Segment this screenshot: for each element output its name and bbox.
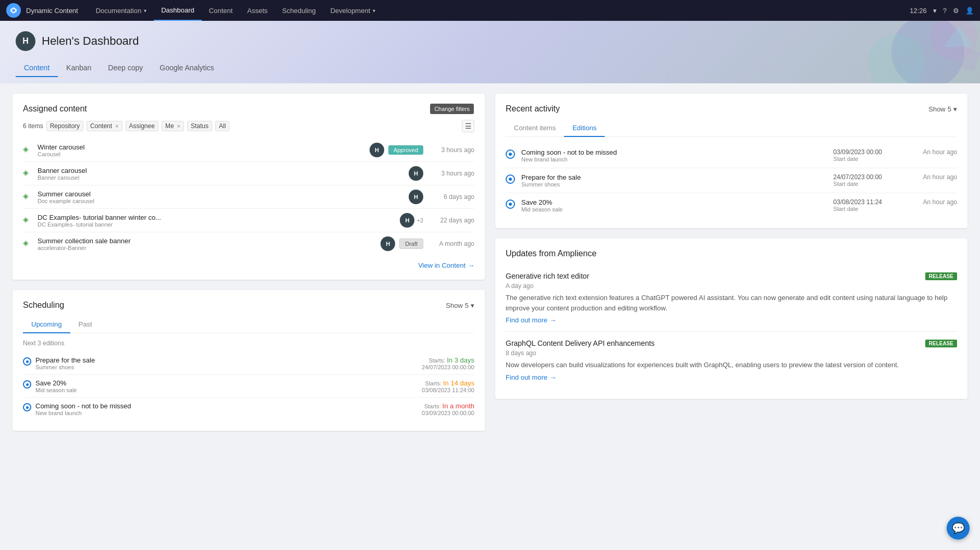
nav-documentation[interactable]: Documentation ▾ bbox=[89, 0, 154, 21]
recent-activity-card: Recent activity Show 5 ▾ Content items E… bbox=[495, 94, 967, 228]
main-content: Assigned content Show 5 ▾ 6 items Reposi… bbox=[0, 83, 980, 441]
item-avatars: H bbox=[409, 166, 423, 181]
sched-sub: New brand launch bbox=[35, 410, 418, 416]
tab-past[interactable]: Past bbox=[70, 316, 101, 333]
tab-google-analytics[interactable]: Google Analytics bbox=[151, 59, 222, 77]
sched-info: Coming soon - not to be missed New brand… bbox=[35, 402, 418, 416]
item-name: Summer collection sale banner bbox=[38, 237, 376, 245]
update-desc: Now developers can build visualizations … bbox=[506, 360, 957, 370]
scheduling-item[interactable]: Prepare for the sale Summer shoes Starts… bbox=[23, 352, 474, 375]
chevron-down-icon-sched: ▾ bbox=[471, 302, 474, 309]
filter-me[interactable]: Me × bbox=[162, 121, 184, 131]
content-item[interactable]: ◈ Banner carousel Banner carousel H 3 ho… bbox=[23, 162, 474, 185]
tab-kanban[interactable]: Kanban bbox=[58, 59, 100, 77]
scheduling-title: Scheduling bbox=[23, 301, 64, 310]
item-sub: Banner carousel bbox=[38, 174, 405, 181]
ra-name: Coming soon - not to be missed bbox=[521, 148, 827, 156]
nav-dashboard[interactable]: Dashboard bbox=[154, 0, 202, 21]
find-out-more-link-2[interactable]: Find out more → bbox=[506, 373, 957, 381]
recent-activity-title: Recent activity bbox=[506, 104, 560, 114]
show-label-sched: Show bbox=[446, 302, 463, 309]
tab-content[interactable]: Content bbox=[16, 59, 58, 77]
content-item[interactable]: ◈ Summer collection sale banner accelera… bbox=[23, 232, 474, 255]
sched-date: 03/08/2023 11:24:00 bbox=[422, 387, 474, 393]
content-type-icon: ◈ bbox=[23, 215, 33, 226]
content-item[interactable]: ◈ DC Examples- tutorial banner winter co… bbox=[23, 209, 474, 232]
item-name: Winter carousel bbox=[38, 143, 365, 151]
sched-name: Save 20% bbox=[35, 379, 418, 387]
scheduling-item[interactable]: Coming soon - not to be missed New brand… bbox=[23, 398, 474, 420]
content-item[interactable]: ◈ Winter carousel Carousel H Approved 3 … bbox=[23, 139, 474, 162]
tab-upcoming[interactable]: Upcoming bbox=[23, 316, 70, 333]
arrow-right-icon: → bbox=[549, 373, 556, 381]
content-items-list: ◈ Winter carousel Carousel H Approved 3 … bbox=[23, 139, 474, 255]
app-logo[interactable] bbox=[6, 3, 21, 18]
chevron-down-icon: ▾ bbox=[144, 8, 146, 14]
activity-dot-icon bbox=[506, 174, 515, 184]
assigned-content-header: Assigned content Show 5 ▾ bbox=[23, 104, 474, 114]
ra-date: 03/08/2023 11:24 bbox=[834, 198, 917, 206]
help-icon[interactable]: ? bbox=[943, 7, 947, 15]
next-editions-label: Next 3 editions bbox=[23, 340, 474, 347]
scheduling-items: Prepare for the sale Summer shoes Starts… bbox=[23, 352, 474, 420]
ra-date: 24/07/2023 00:00 bbox=[834, 173, 917, 181]
tab-editions[interactable]: Editions bbox=[564, 120, 605, 137]
nav-scheduling[interactable]: Scheduling bbox=[275, 0, 323, 21]
item-name: Banner carousel bbox=[38, 167, 405, 174]
recent-activity-list: Coming soon - not to be missed New brand… bbox=[506, 143, 957, 218]
content-type-icon: ◈ bbox=[23, 145, 33, 155]
status-badge: Draft bbox=[399, 239, 423, 249]
ra-info: Prepare for the sale Summer shoes bbox=[521, 173, 827, 188]
settings-icon[interactable]: ⚙ bbox=[953, 7, 959, 15]
updates-title: Updates from Amplience bbox=[506, 249, 596, 258]
ra-item[interactable]: Save 20% Mid season sale 03/08/2023 11:2… bbox=[506, 193, 957, 218]
tab-content-items[interactable]: Content items bbox=[506, 120, 564, 137]
user-icon[interactable]: 👤 bbox=[965, 7, 974, 15]
item-time: 6 days ago bbox=[427, 193, 474, 201]
filter-tooltip: Change filters bbox=[430, 104, 474, 114]
close-icon-content[interactable]: × bbox=[115, 123, 118, 129]
ra-date-col: 24/07/2023 00:00 Start date bbox=[834, 173, 917, 187]
ra-sub: New brand launch bbox=[521, 156, 827, 162]
ra-item[interactable]: Prepare for the sale Summer shoes 24/07/… bbox=[506, 168, 957, 193]
update-ago: A day ago bbox=[506, 282, 957, 290]
update-title: GraphQL Content Delivery API enhancement… bbox=[506, 339, 655, 347]
show-dropdown-scheduling[interactable]: Show 5 ▾ bbox=[446, 302, 474, 309]
status-badge: Approved bbox=[388, 145, 423, 155]
ra-sub: Mid season sale bbox=[521, 206, 827, 213]
filters-row: 6 items Repository Content × Assignee Me… bbox=[23, 120, 474, 132]
item-sub: DC Examples- tutorial banner bbox=[38, 221, 396, 228]
find-out-more-link[interactable]: Find out more → bbox=[506, 316, 957, 324]
nav-development[interactable]: Development ▾ bbox=[323, 0, 383, 21]
filter-icon-button[interactable]: ☰ Change filters bbox=[462, 120, 474, 132]
filter-lines-icon: ☰ bbox=[465, 122, 472, 130]
ra-item[interactable]: Coming soon - not to be missed New brand… bbox=[506, 143, 957, 168]
tab-deep-copy[interactable]: Deep copy bbox=[100, 59, 151, 77]
content-item[interactable]: ◈ Summer carousel Doc example carousel H… bbox=[23, 185, 474, 209]
avatar: H bbox=[370, 143, 384, 157]
circle-icon bbox=[23, 403, 31, 411]
release-badge: RELEASE bbox=[925, 340, 957, 347]
starts-in: In 3 days bbox=[447, 356, 474, 364]
item-info: Banner carousel Banner carousel bbox=[38, 167, 405, 181]
close-icon-me[interactable]: × bbox=[177, 123, 180, 129]
item-info: Winter carousel Carousel bbox=[38, 143, 365, 157]
chevron-down-icon-time: ▾ bbox=[933, 7, 937, 15]
view-in-content-link[interactable]: View in Content → bbox=[23, 261, 474, 269]
sched-time: Starts: In 3 days 24/07/2023 00:00:00 bbox=[422, 356, 474, 370]
item-avatars: H +2 bbox=[400, 213, 423, 228]
ra-date-label: Start date bbox=[834, 206, 917, 212]
nav-content[interactable]: Content bbox=[202, 0, 240, 21]
update-item-header: GraphQL Content Delivery API enhancement… bbox=[506, 339, 957, 347]
filter-status: Status bbox=[187, 121, 212, 131]
show-dropdown-ra[interactable]: Show 5 ▾ bbox=[928, 105, 957, 113]
sched-time: Starts: In a month 03/09/2023 00:00:00 bbox=[422, 402, 474, 416]
show-label-ra: Show bbox=[928, 105, 946, 113]
item-avatars: H bbox=[370, 143, 384, 157]
nav-assets[interactable]: Assets bbox=[240, 0, 275, 21]
item-sub: accelerator-Banner bbox=[38, 245, 376, 251]
app-name: Dynamic Content bbox=[26, 7, 78, 15]
filter-content[interactable]: Content × bbox=[87, 121, 122, 131]
scheduling-item[interactable]: Save 20% Mid season sale Starts: In 14 d… bbox=[23, 375, 474, 398]
clock-time: 12:26 bbox=[910, 7, 927, 15]
